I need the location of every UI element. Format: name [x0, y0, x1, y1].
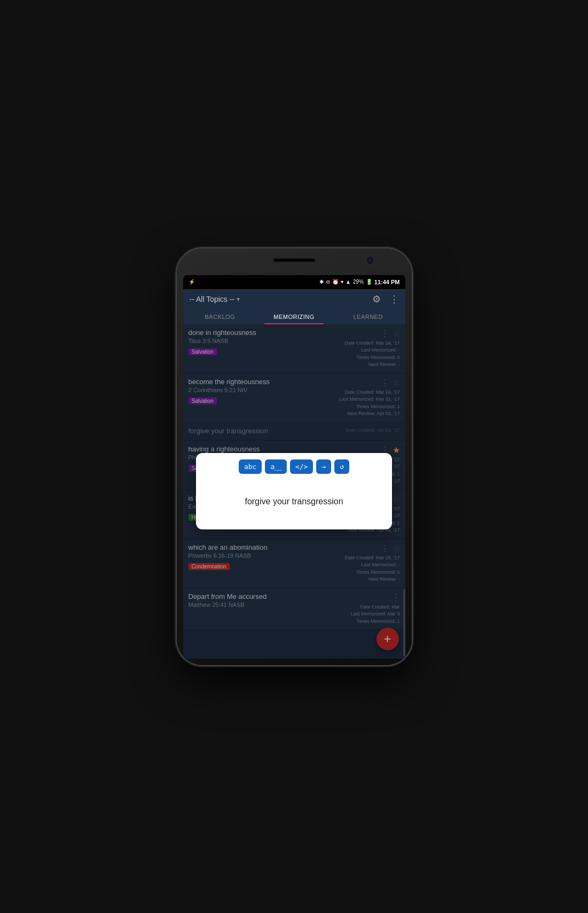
settings-icon[interactable]: ⚙	[372, 293, 381, 305]
speaker-grille	[273, 258, 316, 262]
tab-memorizing[interactable]: MEMORIZING	[257, 309, 331, 324]
topic-label: -- All Topics --	[190, 295, 235, 303]
bluetooth-icon: ✱	[319, 279, 324, 285]
clock: 11:44 PM	[374, 279, 400, 285]
status-bar: ⚡ ✱ ⊖ ⏰ ▾ ▲ 29% 🔋 11:44 PM	[183, 275, 405, 289]
screen: ⚡ ✱ ⊖ ⏰ ▾ ▲ 29% 🔋 11:44 PM -- All Topics…	[183, 275, 405, 659]
tabs-bar: BACKLOG MEMORIZING LEARNED	[183, 309, 405, 324]
phone-shell: ⚡ ✱ ⊖ ⏰ ▾ ▲ 29% 🔋 11:44 PM -- All Topics…	[177, 248, 412, 665]
status-right-area: ✱ ⊖ ⏰ ▾ ▲ 29% 🔋 11:44 PM	[319, 279, 400, 285]
tab-learned[interactable]: LEARNED	[331, 309, 405, 324]
popup-overlay[interactable]: abc a__ </> → ↺ forgive your transgressi…	[183, 324, 405, 659]
popup-verse-text: forgive your transgression	[245, 497, 343, 506]
topic-selector[interactable]: -- All Topics -- ▾	[190, 295, 240, 303]
verse-list: done in righteousness Titus 3:5 NASB Sal…	[183, 324, 405, 659]
signal-icon: ▲	[346, 279, 351, 285]
battery-icon: 🔋	[366, 279, 372, 285]
popup-btn-abc[interactable]: abc	[239, 459, 262, 474]
more-options-icon[interactable]: ⋮	[389, 293, 399, 305]
no-disturb-icon: ⊖	[326, 279, 330, 285]
popup-text-area: forgive your transgression	[202, 480, 385, 523]
popup-card: abc a__ </> → ↺ forgive your transgressi…	[196, 453, 391, 529]
camera	[366, 256, 374, 264]
tab-backlog[interactable]: BACKLOG	[183, 309, 257, 324]
app-content: -- All Topics -- ▾ ⚙ ⋮ BACKLOG MEMORIZIN…	[183, 289, 405, 659]
status-left-icons: ⚡	[189, 279, 195, 285]
battery-level: 29%	[353, 279, 364, 285]
wifi-icon: ▾	[341, 279, 343, 285]
toolbar: -- All Topics -- ▾ ⚙ ⋮	[183, 289, 405, 309]
popup-btn-refresh[interactable]: ↺	[334, 459, 349, 474]
popup-btn-blank[interactable]: a__	[265, 459, 286, 474]
popup-btn-arrow[interactable]: →	[316, 459, 331, 474]
toolbar-icons: ⚙ ⋮	[372, 293, 399, 305]
popup-toolbar: abc a__ </> → ↺	[202, 459, 385, 474]
flash-icon: ⚡	[189, 279, 195, 285]
popup-btn-code[interactable]: </>	[290, 459, 313, 474]
topic-dropdown-arrow: ▾	[237, 295, 240, 303]
alarm-icon: ⏰	[332, 279, 339, 285]
